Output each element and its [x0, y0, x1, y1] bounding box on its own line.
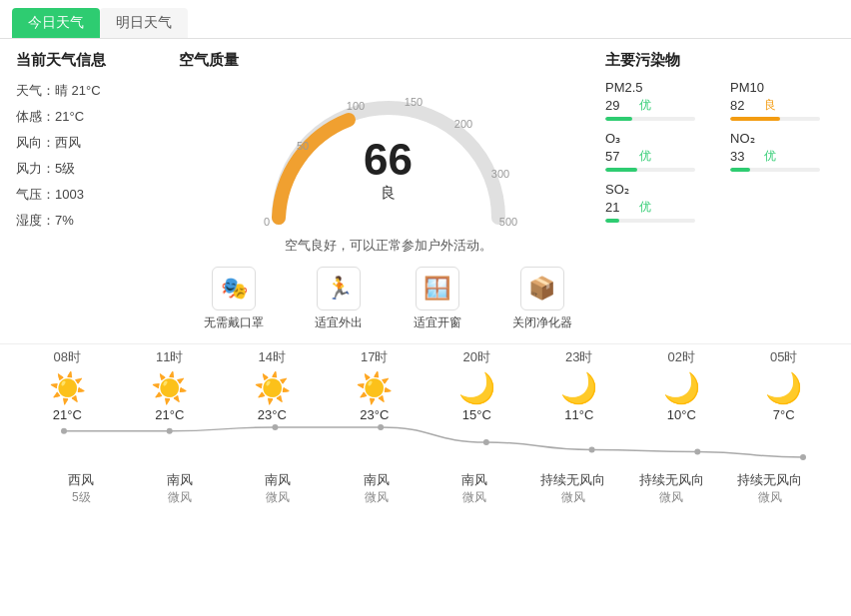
- hour-label: 14时: [259, 348, 286, 366]
- weather-icon: ☀️: [356, 370, 393, 405]
- pollutant-name: PM2.5: [605, 80, 710, 95]
- pollutant-value: 21: [605, 200, 629, 215]
- aqi-panel: 空气质量 0 50 100: [171, 51, 605, 331]
- hour-col: 14时 ☀️ 23°C: [221, 348, 324, 426]
- wind-dir-label: 南风: [265, 471, 291, 489]
- pollutant-bar: [605, 117, 632, 121]
- tab-bar: 今日天气 明日天气: [0, 0, 851, 39]
- hour-col: 02时 🌙 10°C: [630, 348, 733, 426]
- pollutant-row: 57 优: [605, 148, 710, 165]
- pollutant-bar-wrap: [730, 168, 820, 172]
- pollutant-bar: [730, 168, 750, 172]
- pollutant-grade: 优: [635, 148, 655, 165]
- svg-point-12: [589, 447, 595, 453]
- pollutant-row: 33 优: [730, 148, 835, 165]
- svg-text:300: 300: [490, 168, 508, 180]
- hour-temp: 23°C: [360, 407, 389, 422]
- svg-text:200: 200: [453, 118, 471, 130]
- pollutants-title: 主要污染物: [605, 51, 835, 70]
- pollutant-name: SO₂: [605, 182, 710, 197]
- aqi-number: 66: [364, 138, 413, 182]
- pollutant-item: SO₂ 21 优: [605, 182, 710, 223]
- wind-level-label: 微风: [758, 489, 782, 506]
- pollutant-bar-wrap: [605, 219, 695, 223]
- svg-point-11: [483, 439, 489, 445]
- aqi-value-display: 66 良: [364, 138, 413, 203]
- aqi-title: 空气质量: [179, 51, 597, 70]
- hour-label: 08时: [54, 348, 81, 366]
- wind-col: 持续无风向 微风: [622, 471, 721, 506]
- wind-level-label: 微风: [561, 489, 585, 506]
- hour-temp: 10°C: [667, 407, 696, 422]
- pollutant-value: 29: [605, 98, 629, 113]
- pollutant-bar: [730, 117, 780, 121]
- pollutant-name: O₃: [605, 131, 710, 146]
- weather-icon: ☀️: [49, 370, 86, 405]
- hour-temp: 23°C: [258, 407, 287, 422]
- pollutant-bar: [605, 168, 637, 172]
- weather-icon: 🌙: [765, 370, 802, 405]
- pollutant-bar-wrap: [730, 117, 820, 121]
- svg-point-13: [694, 448, 700, 454]
- pollutant-row: 29 优: [605, 97, 710, 114]
- svg-text:0: 0: [263, 216, 269, 228]
- window-icon: 🪟: [416, 267, 459, 310]
- pollutant-value: 57: [605, 149, 629, 164]
- wind-level-label: 微风: [365, 489, 389, 506]
- hour-temp: 11°C: [564, 407, 593, 422]
- hour-temp: 15°C: [462, 407, 491, 422]
- hour-col: 17时 ☀️ 23°C: [324, 348, 426, 426]
- wind-row: 西风 5级 南风 微风 南风 微风 南风 微风 南风 微风 持续无风向 微风 持…: [16, 465, 835, 510]
- pollutant-grade: 优: [635, 199, 655, 216]
- pollutant-grade: 良: [760, 97, 780, 114]
- wind-level-label: 微风: [462, 489, 486, 506]
- hour-temp: 7°C: [773, 407, 795, 422]
- hour-label: 02时: [668, 348, 695, 366]
- svg-text:150: 150: [404, 96, 422, 108]
- weather-icon: 🌙: [458, 370, 495, 405]
- wind-col: 南风 微风: [229, 471, 328, 506]
- pollutant-item: NO₂ 33 优: [730, 131, 835, 172]
- purifier-label: 关闭净化器: [512, 314, 572, 331]
- svg-point-9: [272, 424, 278, 430]
- pollutant-bar: [605, 219, 619, 223]
- wind-level-label: 5级: [72, 489, 91, 506]
- outdoor-icon: 🏃: [317, 267, 361, 310]
- wind-col: 持续无风向 微风: [721, 471, 820, 506]
- window-label: 适宜开窗: [414, 314, 461, 331]
- pollutant-row: 82 良: [730, 97, 835, 114]
- svg-text:100: 100: [346, 100, 364, 112]
- main-content: 当前天气信息 天气：晴 21°C 体感：21°C 风向：西风 风力：5级 气压：…: [0, 39, 851, 343]
- pressure-row: 气压：1003: [16, 186, 171, 204]
- wind-dir-label: 持续无风向: [540, 471, 605, 489]
- tab-today[interactable]: 今日天气: [12, 8, 100, 38]
- wind-col: 西风 5级: [32, 471, 131, 506]
- pollutant-item: O₃ 57 优: [605, 131, 710, 172]
- hour-label: 20时: [463, 348, 490, 366]
- weather-icon: 🌙: [560, 370, 597, 405]
- wind-level-row: 风力：5级: [16, 160, 171, 178]
- hour-label: 23时: [565, 348, 592, 366]
- wind-col: 南风 微风: [426, 471, 524, 506]
- hour-col: 08时 ☀️ 21°C: [16, 348, 119, 426]
- hour-label: 11时: [156, 348, 183, 366]
- hour-col: 11时 ☀️ 21°C: [119, 348, 222, 426]
- hour-col: 23时 🌙 11°C: [528, 348, 631, 426]
- pollutant-value: 82: [730, 98, 754, 113]
- pollutants-panel: 主要污染物 PM2.5 29 优 PM10 82 良 O₃ 57 优 NO₂: [605, 51, 835, 331]
- wind-col: 南风 微风: [328, 471, 426, 506]
- wind-dir-label: 西风: [68, 471, 94, 489]
- activity-outdoor: 🏃 适宜外出: [315, 267, 363, 331]
- tab-tomorrow[interactable]: 明日天气: [100, 8, 188, 38]
- pollutant-name: NO₂: [730, 131, 835, 146]
- hour-col: 05时 🌙 7°C: [733, 348, 836, 426]
- pollutant-item: PM10 82 良: [730, 80, 835, 121]
- aqi-gauge: 0 50 100 150 200 300 500 66 良: [249, 78, 528, 233]
- pollutant-row: 21 优: [605, 199, 710, 216]
- svg-point-10: [378, 424, 384, 430]
- outdoor-label: 适宜外出: [315, 314, 363, 331]
- weather-row: 天气：晴 21°C: [16, 82, 171, 100]
- pollutants-grid: PM2.5 29 优 PM10 82 良 O₃ 57 优 NO₂ 33 优: [605, 80, 835, 223]
- hour-temp: 21°C: [53, 407, 82, 422]
- hour-label: 05时: [770, 348, 797, 366]
